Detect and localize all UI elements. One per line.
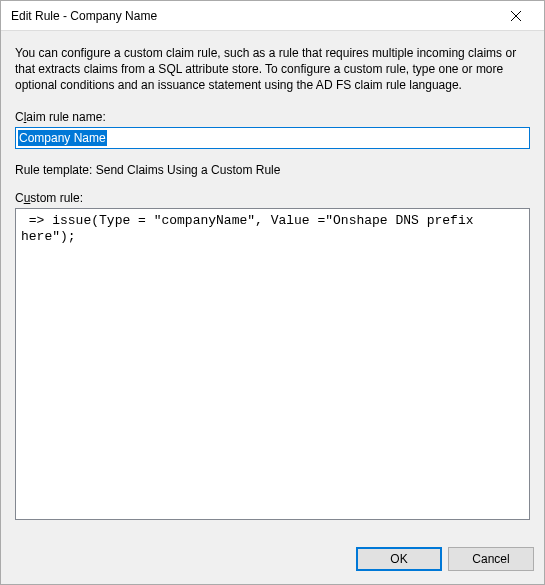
close-icon bbox=[511, 11, 521, 21]
label-part: C bbox=[15, 110, 24, 124]
cancel-button[interactable]: Cancel bbox=[448, 547, 534, 571]
spacer bbox=[15, 520, 530, 534]
intro-text: You can configure a custom claim rule, s… bbox=[15, 45, 530, 94]
label-part: aim rule name: bbox=[26, 110, 105, 124]
window-title: Edit Rule - Company Name bbox=[11, 9, 496, 23]
claim-rule-name-label: Claim rule name: bbox=[15, 110, 530, 124]
claim-rule-name-field-wrap: Company Name bbox=[15, 127, 530, 149]
claim-rule-name-input[interactable] bbox=[15, 127, 530, 149]
label-part: C bbox=[15, 191, 24, 205]
rule-template-text: Rule template: Send Claims Using a Custo… bbox=[15, 163, 530, 177]
titlebar: Edit Rule - Company Name bbox=[1, 1, 544, 31]
ok-button[interactable]: OK bbox=[356, 547, 442, 571]
edit-rule-dialog: Edit Rule - Company Name You can configu… bbox=[0, 0, 545, 585]
custom-rule-textarea[interactable]: => issue(Type = "companyName", Value ="O… bbox=[15, 208, 530, 520]
dialog-content: You can configure a custom claim rule, s… bbox=[1, 31, 544, 534]
dialog-footer: OK Cancel bbox=[1, 534, 544, 584]
close-button[interactable] bbox=[496, 2, 536, 30]
custom-rule-label: Custom rule: bbox=[15, 191, 530, 205]
label-part: stom rule: bbox=[30, 191, 83, 205]
